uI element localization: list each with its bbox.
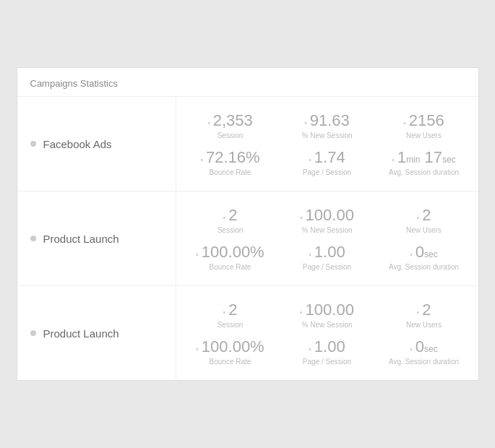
stat-number: 1.74 [314,148,345,167]
stat-number: 2 [422,301,431,319]
stat-item-0-5: •1min 17secAvg. Session duration [376,144,473,181]
campaign-name: Facebook Ads [43,138,112,150]
stat-label: Avg. Session duration [389,168,459,176]
campaigns-statistics-card: Campaigns Statistics Facebook Ads•2,353S… [17,67,479,381]
campaign-row-facebook-ads: Facebook Ads•2,353Session•91.63% New Ses… [17,97,478,191]
stat-label: Page / Session [303,358,351,366]
stat-label: Bounce Rate [210,168,251,176]
stat-item-2-2: •2New Users [376,296,473,333]
bullet-icon: • [207,119,210,127]
bullet-icon: • [196,251,199,259]
campaign-dot-icon [30,236,36,241]
stat-item-0-3: •72.16%Bounce Rate [182,144,279,181]
bullet-icon: • [223,214,226,222]
stat-item-0-4: •1.74Page / Session [279,144,376,181]
stat-label: Page / Session [303,168,351,176]
bullet-icon: • [392,156,395,164]
stat-label: New Users [406,132,442,139]
stat-number: 2156 [409,111,444,130]
stat-number: 91.63 [310,111,350,130]
stat-value: •1min 17sec [392,148,455,167]
bullet-icon: • [403,119,406,127]
stat-item-2-5: •0secAvg. Session duration [376,333,473,370]
stat-item-2-0: •2Session [182,296,279,333]
stat-sec-value: 0sec [416,337,438,356]
stat-number: 2 [422,206,431,225]
stat-item-0-2: •2156New Users [376,107,473,144]
stat-label: New Users [406,226,442,234]
campaign-row-product-launch-2: Product Launch•2Session•100.00% New Sess… [17,286,478,380]
stat-label: Session [218,226,244,234]
stat-label: Avg. Session duration [389,358,459,366]
stat-value: •0sec [410,337,437,356]
stat-label: % New Session [301,321,352,329]
stat-value: •2 [223,206,238,225]
bullet-icon: • [309,345,311,353]
bullet-icon: • [304,119,307,127]
bullet-icon: • [309,156,311,164]
stat-label: Page / Session [303,263,351,271]
stat-number: 100.00% [202,243,264,262]
stat-item-2-3: •100.00%Bounce Rate [182,333,279,370]
bullet-icon: • [410,345,413,353]
bullet-icon: • [196,345,199,353]
stat-value: •100.00% [196,243,264,262]
stat-value: •2 [417,206,431,225]
stat-item-1-4: •1.00Page / Session [279,238,376,275]
stat-value: •2,353 [207,111,253,130]
stat-number: 1.00 [314,337,345,356]
stat-label: % New Session [301,226,352,234]
bullet-icon: • [200,156,203,164]
campaign-label-product-launch-1: Product Launch [17,191,176,285]
stat-item-1-2: •2New Users [376,202,473,238]
stat-item-1-5: •0secAvg. Session duration [376,238,473,275]
bullet-icon: • [410,251,413,259]
bullet-icon: • [309,251,311,259]
stat-number: 100.00% [202,337,264,356]
stat-value: •2 [223,301,238,319]
stat-value: •2156 [403,111,444,130]
card-title: Campaigns Statistics [17,68,478,97]
stat-label: Session [218,321,244,329]
stat-value: •100.00 [300,301,354,319]
stat-value: •1.74 [309,148,345,167]
stat-item-2-1: •100.00% New Session [279,296,376,333]
stat-item-2-4: •1.00Page / Session [279,333,376,370]
stat-label: Avg. Session duration [389,263,459,271]
campaign-name: Product Launch [43,233,119,245]
stat-value: •100.00 [300,206,354,225]
bullet-icon: • [300,214,303,222]
stat-number: 2 [228,301,237,319]
campaign-name: Product Launch [43,327,119,340]
stat-number: 72.16% [206,148,260,167]
campaign-dot-icon [30,330,36,336]
stat-label: % New Session [301,132,352,139]
stat-label: Bounce Rate [210,263,251,271]
stat-value: •0sec [410,243,437,262]
campaign-label-facebook-ads: Facebook Ads [17,97,176,191]
stat-number: 100.00 [306,206,354,225]
stat-time-value: 1min 17sec [397,148,456,167]
campaign-label-product-launch-2: Product Launch [17,286,176,380]
stat-value: •100.00% [196,337,264,356]
stat-value: •91.63 [304,111,350,130]
bullet-icon: • [223,309,226,316]
campaign-stats-product-launch-1: •2Session•100.00% New Session•2New Users… [176,191,478,285]
stat-number: 1.00 [314,243,345,262]
campaign-row-product-launch-1: Product Launch•2Session•100.00% New Sess… [17,191,478,286]
bullet-icon: • [417,309,420,316]
stat-item-1-1: •100.00% New Session [279,202,376,238]
stat-item-1-3: •100.00%Bounce Rate [182,238,279,275]
stat-number: 2 [228,206,237,225]
stat-value: •72.16% [200,148,259,167]
campaign-stats-product-launch-2: •2Session•100.00% New Session•2New Users… [176,286,478,380]
stat-label: New Users [406,321,442,329]
campaign-stats-facebook-ads: •2,353Session•91.63% New Session•2156New… [176,97,478,191]
stat-value: •1.00 [309,337,345,356]
stat-value: •1.00 [309,243,345,262]
campaign-dot-icon [30,141,36,147]
stat-number: 100.00 [306,301,354,319]
stat-label: Session [218,132,244,139]
stat-number: 2,353 [213,111,253,130]
stat-item-1-0: •2Session [182,202,279,238]
